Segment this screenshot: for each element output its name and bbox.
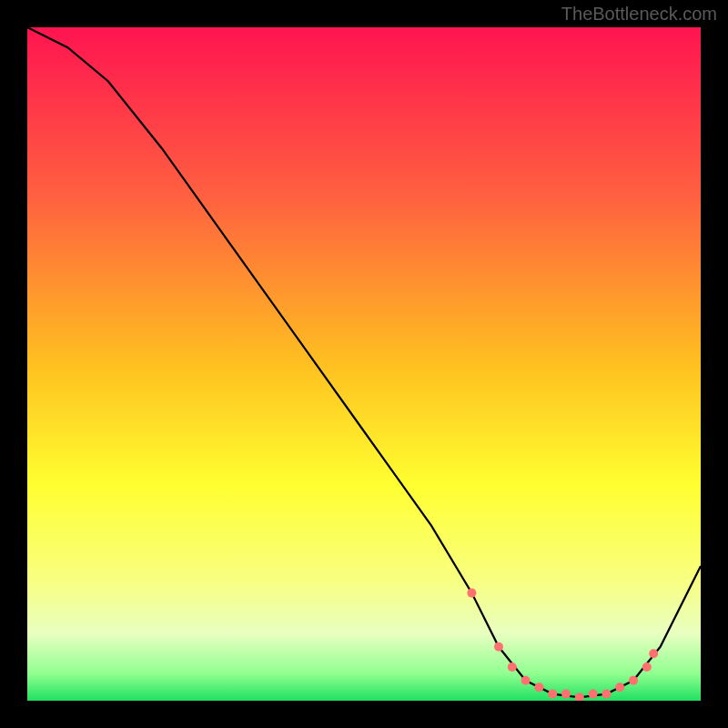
marker-point bbox=[575, 693, 584, 701]
marker-point bbox=[521, 676, 531, 685]
marker-point bbox=[629, 676, 638, 685]
marker-point bbox=[548, 690, 557, 699]
marker-point bbox=[534, 682, 543, 692]
marker-point bbox=[561, 690, 571, 699]
plot-area bbox=[27, 27, 701, 701]
curve-layer bbox=[27, 27, 701, 701]
marker-point bbox=[602, 690, 611, 699]
marker-point bbox=[494, 642, 503, 652]
bottleneck-curve bbox=[27, 27, 701, 697]
marker-point bbox=[467, 589, 476, 598]
marker-point bbox=[642, 662, 652, 672]
marker-point bbox=[589, 690, 598, 699]
watermark-text: TheBottleneck.com bbox=[561, 4, 717, 25]
marker-point bbox=[649, 649, 658, 658]
marker-point bbox=[508, 662, 517, 672]
highlight-markers bbox=[467, 589, 658, 701]
marker-point bbox=[615, 682, 624, 692]
